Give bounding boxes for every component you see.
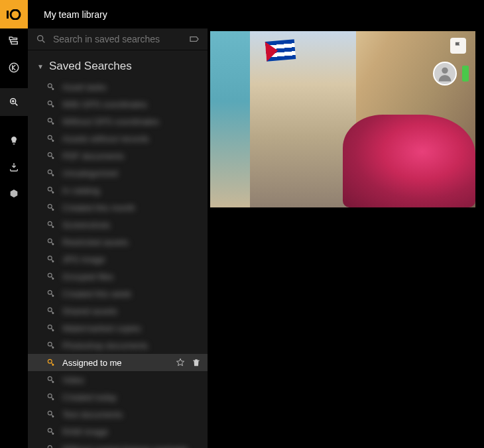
- saved-search-item[interactable]: Screenshots: [28, 216, 208, 233]
- lightbulb-icon[interactable]: [8, 135, 20, 146]
- search-person-icon: [46, 186, 56, 195]
- label-icon[interactable]: [189, 34, 200, 44]
- icon-sidebar: [0, 28, 28, 448]
- status-strip: [462, 66, 469, 82]
- svg-point-4: [38, 36, 43, 41]
- saved-search-item[interactable]: RAW image: [28, 423, 208, 440]
- svg-point-1: [11, 10, 20, 19]
- content-area: [208, 28, 484, 448]
- saved-search-item[interactable]: With GPS coordinates: [28, 95, 208, 113]
- saved-search-item[interactable]: Text documents: [28, 406, 208, 423]
- saved-search-item[interactable]: Created this month: [28, 199, 208, 216]
- saved-search-item[interactable]: Watermarked copies: [28, 319, 208, 337]
- svg-point-31: [48, 308, 52, 311]
- svg-point-24: [52, 243, 54, 245]
- svg-point-5: [48, 84, 52, 87]
- svg-point-7: [48, 101, 52, 105]
- search-person-icon: [46, 375, 56, 384]
- svg-point-14: [52, 157, 54, 159]
- download-icon[interactable]: [8, 161, 20, 173]
- svg-point-18: [52, 192, 54, 194]
- svg-point-40: [52, 381, 54, 383]
- svg-rect-0: [7, 11, 9, 19]
- svg-point-20: [52, 209, 54, 211]
- svg-point-22: [52, 226, 54, 228]
- saved-search-item[interactable]: Without current license coverage: [28, 440, 208, 448]
- search-input[interactable]: [53, 34, 182, 44]
- saved-search-label: Created today: [62, 392, 117, 402]
- svg-point-39: [48, 376, 52, 380]
- search-person-icon: [46, 237, 56, 247]
- avatar[interactable]: [433, 62, 457, 85]
- svg-point-34: [52, 329, 54, 331]
- search-person-icon: [46, 444, 56, 448]
- svg-point-13: [48, 152, 52, 156]
- saved-search-item[interactable]: Asset tasks: [28, 78, 208, 95]
- search-person-icon: [46, 151, 56, 160]
- svg-point-32: [52, 312, 54, 314]
- app-logo[interactable]: [0, 0, 28, 28]
- section-header[interactable]: ▼ Saved Searches: [28, 50, 208, 78]
- svg-point-10: [52, 123, 54, 125]
- saved-search-item[interactable]: Restricted assets: [28, 233, 208, 251]
- flag-button[interactable]: [450, 38, 466, 54]
- search-person-icon: [46, 203, 56, 212]
- search-person-icon: [46, 323, 56, 333]
- asset-thumbnail[interactable]: [210, 31, 475, 207]
- search-person-icon: [46, 306, 56, 315]
- svg-point-41: [48, 394, 52, 398]
- saved-search-label: Text documents: [62, 410, 123, 420]
- svg-point-33: [48, 325, 52, 329]
- svg-point-30: [52, 295, 54, 297]
- saved-search-item[interactable]: Shared assets: [28, 302, 208, 319]
- search-person-icon: [46, 254, 56, 264]
- svg-point-35: [48, 342, 52, 346]
- saved-search-item[interactable]: Video: [28, 371, 208, 388]
- search-person-icon: [46, 358, 56, 367]
- search-person-icon: [46, 220, 56, 229]
- svg-point-23: [48, 239, 52, 243]
- saved-search-label: PDF documents: [62, 151, 124, 161]
- saved-search-item[interactable]: Created today: [28, 388, 208, 406]
- svg-point-2: [9, 63, 19, 72]
- saved-search-label: Assets without records: [62, 134, 149, 144]
- svg-point-38: [52, 364, 54, 366]
- saved-search-item[interactable]: Without GPS coordinates: [28, 113, 208, 130]
- saved-search-item[interactable]: In catalog: [28, 182, 208, 199]
- svg-point-47: [48, 445, 52, 448]
- saved-search-item[interactable]: Assigned to me: [28, 354, 208, 371]
- search-person-icon: [46, 134, 56, 143]
- search-person-icon: [46, 117, 56, 126]
- circle-k-icon[interactable]: [8, 62, 20, 74]
- saved-search-item[interactable]: PDF documents: [28, 147, 208, 164]
- svg-point-11: [48, 135, 52, 139]
- trash-icon[interactable]: [192, 358, 201, 367]
- svg-point-21: [48, 221, 52, 225]
- saved-search-label: Grouped files: [62, 272, 113, 282]
- svg-point-37: [48, 359, 52, 363]
- saved-search-item[interactable]: JPG image: [28, 251, 208, 268]
- svg-point-9: [48, 118, 52, 122]
- saved-search-label: RAW image: [62, 427, 108, 437]
- saved-search-item[interactable]: Created this week: [28, 285, 208, 302]
- saved-search-item[interactable]: Photoshop documents: [28, 337, 208, 354]
- svg-point-6: [52, 88, 54, 90]
- saved-search-label: Without GPS coordinates: [62, 117, 159, 127]
- package-icon[interactable]: [8, 188, 20, 199]
- svg-point-29: [48, 290, 52, 294]
- saved-search-label: Created this month: [62, 203, 135, 213]
- saved-search-label: Assigned to me: [62, 358, 122, 368]
- search-zoom-icon[interactable]: [0, 88, 28, 116]
- page-title: My team library: [44, 9, 107, 20]
- saved-search-item[interactable]: Uncategorized: [28, 164, 208, 182]
- saved-search-item[interactable]: Assets without records: [28, 130, 208, 147]
- star-icon[interactable]: [176, 358, 185, 367]
- saved-search-label: Screenshots: [62, 220, 110, 230]
- svg-point-16: [52, 174, 54, 176]
- saved-search-item[interactable]: Grouped files: [28, 268, 208, 285]
- svg-point-8: [52, 105, 54, 107]
- saved-search-label: With GPS coordinates: [62, 99, 147, 109]
- saved-search-label: In catalog: [62, 186, 99, 196]
- folder-tree-icon[interactable]: [8, 35, 20, 47]
- saved-searches-list: Asset tasksWith GPS coordinatesWithout G…: [28, 78, 208, 448]
